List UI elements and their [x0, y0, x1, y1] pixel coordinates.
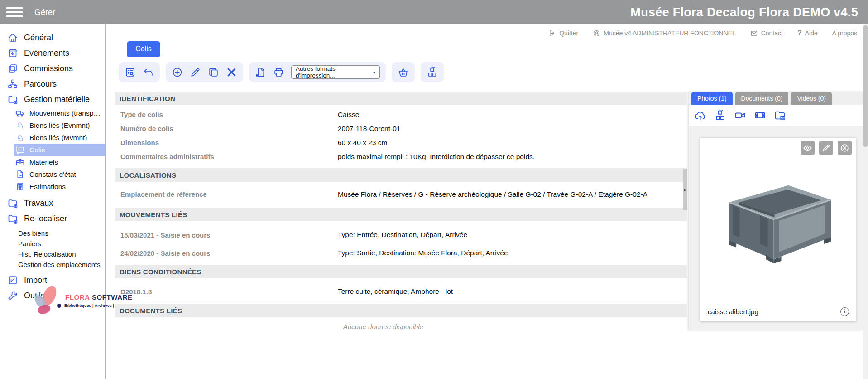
- duplicate-button[interactable]: [208, 67, 219, 78]
- empty-data-message: Aucune donnee disponible: [115, 323, 687, 330]
- current-user[interactable]: Musée v4 ADMINISTRATEUR FONCTIONNEL: [593, 29, 735, 37]
- sidebar-item-label: Biens liés (Evnmnt): [29, 121, 90, 130]
- tab-videos[interactable]: Vidéos (0): [791, 92, 832, 105]
- chess-knight-icon: ♘: [15, 121, 25, 130]
- photo-card: caisse alibert.jpg i: [700, 138, 856, 321]
- print-button[interactable]: [273, 67, 284, 78]
- sidebar-item-materiels[interactable]: Matériels: [14, 156, 105, 168]
- hand-truck-icon: [15, 145, 25, 155]
- field-value: 2007-118-Corent-01: [338, 125, 400, 133]
- hamburger-menu-icon[interactable]: [6, 5, 23, 19]
- media-panel: Photos (1) Documents (0) Vidéos (0): [689, 92, 863, 330]
- video-camera-icon: [734, 109, 746, 121]
- sidebar-item-estimations[interactable]: Estimations: [14, 180, 105, 193]
- sidebar-item-evenements[interactable]: Evènements: [0, 45, 105, 61]
- user-icon: [593, 29, 600, 37]
- video-capture-button[interactable]: [734, 109, 746, 121]
- undo-button[interactable]: [143, 67, 154, 78]
- edit-photo-button[interactable]: [819, 141, 833, 155]
- photo-caption-row: caisse alibert.jpg i: [708, 307, 849, 316]
- photo-thumbnail[interactable]: [710, 166, 846, 270]
- sidebar-item-relocaliser[interactable]: Re-localiser: [0, 211, 105, 226]
- remove-photo-button[interactable]: [838, 141, 852, 155]
- sidebar-item-des-biens[interactable]: Des biens: [0, 228, 105, 238]
- sidebar-item-label: Estimations: [29, 183, 66, 191]
- folder-globe-icon: [7, 94, 18, 105]
- image-folder-button[interactable]: [774, 109, 786, 121]
- field-label: Dimensions: [115, 139, 338, 146]
- tab-documents[interactable]: Documents (0): [735, 92, 789, 105]
- list-search-button[interactable]: [125, 67, 136, 78]
- document-export-icon: [255, 67, 266, 78]
- manage-menu-label[interactable]: Gérer: [34, 8, 55, 17]
- toolbar-group-packing: [421, 62, 444, 82]
- contact-label: Contact: [761, 29, 783, 37]
- sidebar-item-label: Général: [24, 33, 53, 43]
- sidebar-item-gestion-materielle[interactable]: Gestion matérielle: [0, 92, 105, 107]
- field-label: Emplacement de référence: [115, 190, 338, 198]
- sidebar-item-label: Mouvements (transp…: [29, 109, 101, 117]
- section-identification-rows: Type de colis Caisse Numéro de colis 200…: [115, 105, 687, 168]
- sidebar-item-label: Re-localiser: [24, 214, 67, 224]
- toolbar: Autres formats d'impression... ▾: [119, 62, 444, 82]
- sidebar-item-travaux[interactable]: Travaux: [0, 195, 105, 211]
- sidebar-item-hist-relocalisation[interactable]: Hist. Relocalisation: [0, 249, 105, 259]
- app-title: Musée Flora Decalog Flora DEMO v4.5: [630, 5, 868, 19]
- home-icon: [7, 32, 18, 43]
- event-inbox-icon: [7, 48, 18, 58]
- export-document-button[interactable]: [255, 67, 266, 78]
- print-format-select[interactable]: Autres formats d'impression... ▾: [291, 65, 380, 79]
- contact-button[interactable]: Contact: [750, 29, 783, 37]
- sidebar-item-parcours[interactable]: Parcours: [0, 76, 105, 92]
- logo-dot-icon: [57, 304, 61, 308]
- field-row: Type de colis Caisse: [115, 107, 687, 121]
- basket-button[interactable]: [398, 67, 409, 78]
- sidebar-item-constats[interactable]: Constats d'état: [14, 168, 105, 180]
- movement-value: Type: Sortie, Destination: Musée Flora, …: [338, 249, 508, 257]
- utility-bar: Quitter Musée v4 ADMINISTRATEUR FONCTION…: [109, 24, 857, 42]
- add-button[interactable]: [172, 67, 183, 78]
- panel-collapse-handle[interactable]: ▸: [683, 169, 687, 210]
- tab-photos[interactable]: Photos (1): [691, 92, 733, 105]
- cubes-button[interactable]: [427, 67, 438, 78]
- sidebar-item-biens-lies-evnmnt[interactable]: ♘ Biens liés (Evnmnt): [14, 119, 105, 131]
- photo-filename: caisse alibert.jpg: [708, 308, 758, 316]
- sidebar-item-commissions[interactable]: Commissions: [0, 61, 105, 76]
- x-circle-icon: [840, 143, 849, 153]
- folder-image-icon: [774, 109, 786, 121]
- calculator-icon: [15, 182, 25, 191]
- section-biens-rows: D2018.1.8 Terre cuite, céramique, Amphor…: [115, 278, 687, 304]
- media-cubes-button[interactable]: [714, 109, 726, 121]
- info-icon[interactable]: i: [840, 307, 849, 316]
- sidebar-item-label: Evènements: [24, 49, 69, 58]
- toolbar-group-search: [119, 62, 160, 82]
- sidebar-item-mouvements[interactable]: Mouvements (transp…: [14, 107, 105, 119]
- field-row: Commentaires administratifs poids maxima…: [115, 150, 687, 164]
- collapse-arrow-icon: ▸: [684, 187, 687, 192]
- import-icon: [7, 275, 18, 286]
- top-bar: Gérer Musée Flora Decalog Flora DEMO v4.…: [0, 0, 868, 24]
- sidebar-item-biens-lies-mvmnt[interactable]: ♘ Biens liés (Mvmnt): [14, 131, 105, 144]
- sidebar-item-label: Paniers: [18, 240, 41, 248]
- media-toolbar: [689, 105, 863, 126]
- about-button[interactable]: A propos: [832, 29, 857, 37]
- sidebar-item-paniers[interactable]: Paniers: [0, 238, 105, 249]
- vertical-scrollbar[interactable]: [863, 24, 868, 379]
- sidebar-item-gestion-emplacements[interactable]: Gestion des emplacements: [0, 259, 105, 270]
- item-row: D2018.1.8 Terre cuite, céramique, Amphor…: [115, 283, 687, 300]
- sidebar-item-general[interactable]: Général: [0, 30, 105, 45]
- delete-button[interactable]: [226, 67, 237, 78]
- section-documents-rows: Aucune donnee disponible: [115, 317, 687, 336]
- filmstrip-icon: [754, 109, 766, 121]
- upload-photo-button[interactable]: [694, 109, 706, 121]
- sidebar-item-colis-selected[interactable]: Colis: [14, 144, 105, 156]
- quit-button[interactable]: Quitter: [548, 29, 578, 37]
- help-button[interactable]: ? Aide: [797, 29, 818, 37]
- field-row: Emplacement de référence Musée Flora / R…: [115, 187, 687, 201]
- view-photo-button[interactable]: [801, 141, 815, 155]
- scrollbar-thumb[interactable]: [863, 25, 868, 147]
- filmstrip-button[interactable]: [754, 109, 766, 121]
- sidebar-item-label: Commissions: [24, 64, 73, 73]
- edit-button[interactable]: [190, 67, 201, 78]
- tab-colis[interactable]: Colis: [127, 41, 160, 57]
